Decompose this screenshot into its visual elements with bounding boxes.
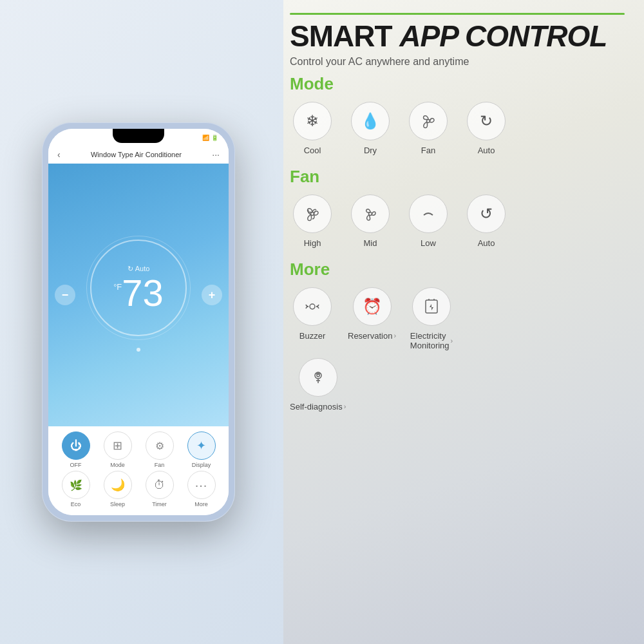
wifi-icon: 📶 <box>202 135 209 141</box>
mode-label: Mode <box>110 462 125 468</box>
svg-point-6 <box>317 374 319 377</box>
phone-screen: 📶 🔋 ‹ Window Type Air Conditioner ··· − … <box>48 129 229 515</box>
fan-auto-item: ↺ Auto <box>464 194 509 248</box>
fan-low-label: Low <box>421 238 436 248</box>
left-side: 📶 🔋 ‹ Window Type Air Conditioner ··· − … <box>0 0 277 644</box>
fan-mid-icon <box>351 194 390 233</box>
reservation-item: ⏰ Reservation › <box>348 287 396 341</box>
title-smart: SMART <box>290 19 399 53</box>
mode-cool-item: ❄ Cool <box>290 102 335 155</box>
more-icon-row-1: Buzzer ⏰ Reservation › <box>290 287 625 350</box>
reservation-icon: ⏰ <box>353 287 392 326</box>
sleep-label: Sleep <box>110 501 125 507</box>
electricity-label-row: ElectricityMonitoring › <box>410 331 453 350</box>
temp-decrease-button[interactable]: − <box>55 285 75 305</box>
page-subtitle: Control your AC anywhere and anytime <box>290 56 625 68</box>
electricity-icon <box>412 287 451 326</box>
fan-icon-row: High Mid <box>290 194 625 248</box>
more-icon[interactable]: ··· <box>212 149 220 160</box>
mode-icon-circle: ⊞ <box>104 431 132 460</box>
mode-fan-item: Fan <box>406 102 451 155</box>
self-diagnosis-item: Self-diagnosis › <box>290 358 346 412</box>
fan-mid-item: Mid <box>348 194 393 248</box>
mode-section: Mode ❄ Cool 💧 Dry <box>290 74 625 155</box>
temp-display: 73 <box>122 274 164 312</box>
mode-fan-icon <box>409 102 448 140</box>
electricity-item: ElectricityMonitoring › <box>409 287 454 350</box>
timer-label: Timer <box>152 501 167 507</box>
ctrl-sleep[interactable]: 🌙 Sleep <box>102 471 134 507</box>
page-header: SMART APP CONTROL Control your AC anywhe… <box>290 13 625 68</box>
fan-section-title: Fan <box>290 167 625 187</box>
mode-dry-item: 💧 Dry <box>348 102 393 155</box>
display-icon-circle: ✦ <box>187 431 216 460</box>
timer-icon-circle: ⏱ <box>146 471 174 499</box>
buzzer-item: Buzzer <box>290 287 335 341</box>
buzzer-icon <box>293 287 332 326</box>
fan-low-item: Low <box>406 194 451 248</box>
reservation-label-row: Reservation › <box>348 331 396 341</box>
display-label: Display <box>192 462 211 468</box>
phone-device: 📶 🔋 ‹ Window Type Air Conditioner ··· − … <box>42 122 235 522</box>
dot-indicator <box>137 348 140 352</box>
title-app: APP CONTROL <box>399 19 607 53</box>
ctrl-eco[interactable]: 🌿 Eco <box>60 471 92 507</box>
ctrl-display[interactable]: ✦ Display <box>185 431 218 468</box>
more-section-title: More <box>290 260 625 279</box>
phone-header: ‹ Window Type Air Conditioner ··· <box>48 147 229 164</box>
content-wrapper: 📶 🔋 ‹ Window Type Air Conditioner ··· − … <box>0 0 644 644</box>
phone-title: Window Type Air Conditioner <box>91 151 182 158</box>
ac-screen: − + ↻ Auto °F 73 <box>48 164 229 426</box>
buzzer-label: Buzzer <box>299 331 325 341</box>
dry-label: Dry <box>364 146 377 155</box>
ctrl-more[interactable]: ··· More <box>185 471 218 507</box>
electricity-label: ElectricityMonitoring <box>410 331 450 350</box>
more-label: More <box>194 501 208 507</box>
ctrl-fan[interactable]: ⚙ Fan <box>144 431 176 468</box>
eco-label: Eco <box>71 501 81 507</box>
control-row-1: ⏻ OFF ⊞ Mode ⚙ Fan ✦ Dis <box>55 431 222 468</box>
more-icon-row-2: Self-diagnosis › <box>290 358 625 412</box>
green-line <box>290 13 625 15</box>
fan-high-label: High <box>304 238 321 248</box>
fan-section: Fan High <box>290 167 625 248</box>
fan-high-icon <box>293 194 332 233</box>
auto-label: Auto <box>478 146 495 155</box>
fan-mid-label: Mid <box>364 238 377 248</box>
fan-icon-circle: ⚙ <box>146 431 174 460</box>
self-diagnosis-label-row: Self-diagnosis › <box>290 402 346 412</box>
phone-controls: ⏻ OFF ⊞ Mode ⚙ Fan ✦ Dis <box>48 426 229 515</box>
temp-unit: °F <box>113 282 122 292</box>
back-icon[interactable]: ‹ <box>57 149 61 160</box>
more-section: More Buzzer ⏰ <box>290 260 625 412</box>
fan-label: Fan <box>155 462 165 468</box>
ctrl-timer[interactable]: ⏱ Timer <box>144 471 176 507</box>
ctrl-mode[interactable]: ⊞ Mode <box>102 431 134 468</box>
self-diagnosis-label: Self-diagnosis <box>290 402 343 412</box>
cool-label: Cool <box>304 146 321 155</box>
self-diagnosis-icon <box>299 358 337 397</box>
sleep-icon-circle: 🌙 <box>104 471 132 499</box>
page-title: SMART APP CONTROL <box>290 20 625 53</box>
status-icons: 📶 🔋 <box>202 135 218 141</box>
mode-section-title: Mode <box>290 74 625 94</box>
mode-icon: ↻ <box>128 265 133 273</box>
reservation-arrow: › <box>393 332 396 339</box>
fan-low-icon <box>409 194 448 233</box>
reservation-label: Reservation <box>348 331 392 341</box>
eco-icon-circle: 🌿 <box>62 471 90 499</box>
temp-increase-button[interactable]: + <box>202 285 222 305</box>
electricity-arrow: › <box>451 337 453 345</box>
mode-icon-row: ❄ Cool 💧 Dry <box>290 102 625 155</box>
ctrl-off[interactable]: ⏻ OFF <box>60 431 92 468</box>
right-side: SMART APP CONTROL Control your AC anywhe… <box>277 0 644 644</box>
fan-high-item: High <box>290 194 335 248</box>
control-row-2: 🌿 Eco 🌙 Sleep ⏱ Timer ··· <box>55 471 222 507</box>
off-label: OFF <box>70 462 82 468</box>
mode-indicator: ↻ Auto <box>128 265 150 273</box>
cool-icon: ❄ <box>293 102 332 140</box>
temp-circle: ↻ Auto °F 73 <box>90 240 187 336</box>
auto-icon: ↻ <box>467 102 506 140</box>
mode-fan-label: Fan <box>421 146 435 155</box>
off-icon-circle: ⏻ <box>62 431 90 460</box>
